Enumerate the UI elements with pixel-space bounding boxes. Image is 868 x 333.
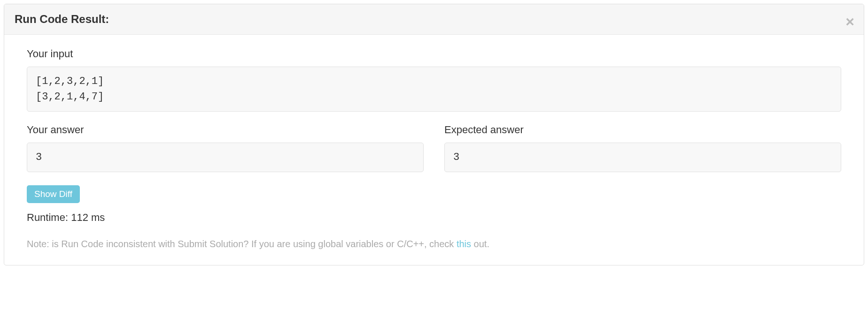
note-prefix: Note: is Run Code inconsistent with Subm… bbox=[27, 239, 457, 249]
runtime-label: Runtime: bbox=[27, 212, 71, 223]
panel-body: Your input [1,2,3,2,1] [3,2,1,4,7] Your … bbox=[4, 35, 864, 265]
note-link[interactable]: this bbox=[457, 239, 471, 249]
show-diff-button[interactable]: Show Diff bbox=[27, 185, 80, 203]
runtime-text: Runtime: 112 ms bbox=[27, 212, 841, 224]
expected-answer-value: 3 bbox=[444, 143, 841, 172]
expected-answer-section: Expected answer 3 bbox=[444, 124, 841, 172]
note-suffix: out. bbox=[471, 239, 489, 249]
runtime-value: 112 ms bbox=[71, 212, 105, 223]
close-icon[interactable]: × bbox=[845, 14, 854, 29]
your-input-section: Your input [1,2,3,2,1] [3,2,1,4,7] bbox=[27, 48, 841, 112]
your-input-label: Your input bbox=[27, 48, 841, 60]
panel-title: Run Code Result: bbox=[15, 13, 109, 25]
note-text: Note: is Run Code inconsistent with Subm… bbox=[27, 237, 841, 251]
your-answer-label: Your answer bbox=[27, 124, 424, 136]
your-input-value: [1,2,3,2,1] [3,2,1,4,7] bbox=[27, 67, 841, 112]
expected-answer-label: Expected answer bbox=[444, 124, 841, 136]
run-code-result-panel: Run Code Result: × Your input [1,2,3,2,1… bbox=[4, 4, 864, 265]
answers-row: Your answer 3 Expected answer 3 bbox=[27, 124, 841, 172]
your-answer-value: 3 bbox=[27, 143, 424, 172]
panel-header: Run Code Result: × bbox=[4, 4, 864, 35]
your-answer-section: Your answer 3 bbox=[27, 124, 424, 172]
